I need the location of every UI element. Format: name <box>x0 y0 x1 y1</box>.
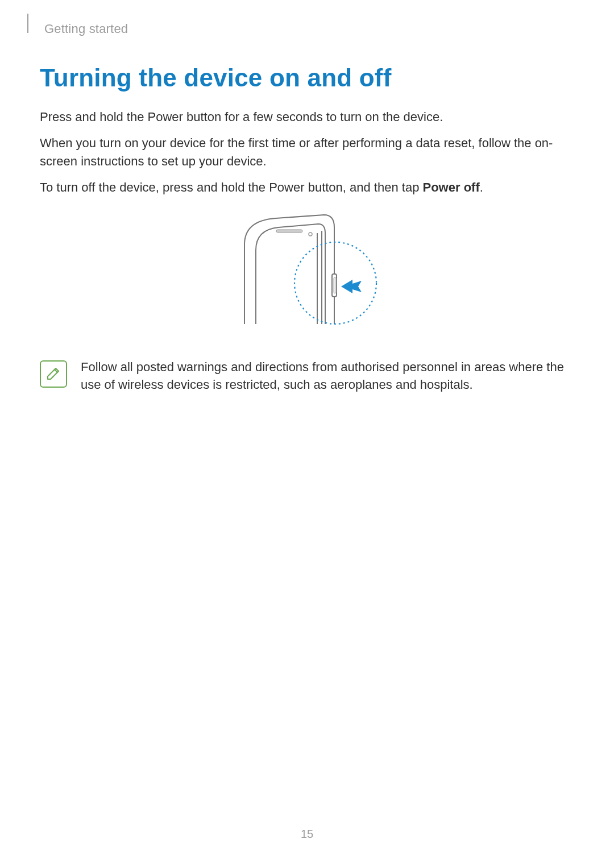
page: Getting started Turning the device on an… <box>0 0 614 868</box>
page-number: 15 <box>0 828 614 841</box>
phone-power-illustration <box>222 210 392 335</box>
note-pencil-icon <box>40 360 67 388</box>
svg-rect-5 <box>334 277 336 293</box>
running-head: Getting started <box>44 22 574 36</box>
p3-bold: Power off <box>423 180 480 194</box>
paragraph-1: Press and hold the Power button for a fe… <box>40 108 574 126</box>
figure <box>40 210 574 335</box>
svg-rect-2 <box>276 230 302 232</box>
p3-pre: To turn off the device, press and hold t… <box>40 180 423 194</box>
paragraph-2: When you turn on your device for the fir… <box>40 134 574 171</box>
svg-point-3 <box>309 232 312 236</box>
note: Follow all posted warnings and direction… <box>40 358 574 394</box>
page-title: Turning the device on and off <box>40 64 574 92</box>
body-text: Press and hold the Power button for a fe… <box>40 108 574 197</box>
p3-post: . <box>480 180 483 194</box>
arrow-left-icon <box>341 280 362 293</box>
header-tick <box>27 14 28 33</box>
svg-marker-7 <box>341 280 352 293</box>
note-text: Follow all posted warnings and direction… <box>81 358 574 394</box>
paragraph-3: To turn off the device, press and hold t… <box>40 178 574 197</box>
